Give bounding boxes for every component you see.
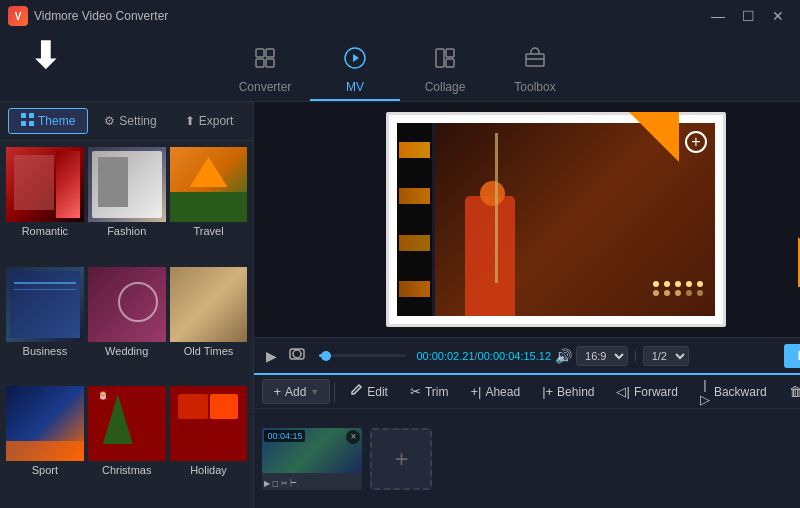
list-item[interactable]: Sport bbox=[6, 386, 84, 502]
converter-icon bbox=[253, 46, 277, 76]
left-panel: Theme ⚙ Setting ⬆ Export Romantic bbox=[0, 102, 254, 508]
tab-collage-label: Collage bbox=[425, 80, 466, 94]
trim-button[interactable]: ✂ Trim bbox=[400, 380, 459, 403]
nav-tabs: ⬇ Converter MV Colla bbox=[0, 32, 800, 102]
titlebar: V Vidmore Video Converter — ☐ ✕ bbox=[0, 0, 800, 32]
clip-trim-icon[interactable]: ◻ bbox=[272, 479, 279, 488]
volume-icon[interactable]: 🔊 bbox=[555, 348, 572, 364]
clip-controls: ▶ ◻ ✂ ⊢ bbox=[264, 479, 297, 488]
subtab-export[interactable]: ⬆ Export bbox=[173, 110, 246, 132]
theme-label-christmas: Christmas bbox=[88, 461, 166, 479]
subtab-theme-label: Theme bbox=[38, 114, 75, 128]
close-button[interactable]: ✕ bbox=[764, 6, 792, 26]
screenshot-button[interactable] bbox=[285, 344, 309, 367]
theme-label-wedding: Wedding bbox=[88, 342, 166, 360]
theme-thumbnail-christmas: 🎅 bbox=[88, 386, 166, 461]
svg-marker-5 bbox=[353, 54, 359, 62]
export-button[interactable]: Export bbox=[784, 344, 800, 368]
svg-rect-8 bbox=[446, 59, 454, 67]
theme-thumbnail-sport bbox=[6, 386, 84, 461]
svg-rect-13 bbox=[21, 121, 26, 126]
svg-rect-12 bbox=[29, 113, 34, 118]
theme-label-romantic: Romantic bbox=[6, 222, 84, 240]
list-item[interactable]: Romantic bbox=[6, 147, 84, 263]
theme-thumbnail-wedding bbox=[88, 267, 166, 342]
preview-area: + bbox=[254, 102, 800, 337]
subtab-setting[interactable]: ⚙ Setting bbox=[92, 110, 168, 132]
clip-split-icon[interactable]: ⊢ bbox=[290, 479, 297, 488]
list-item[interactable]: Holiday bbox=[170, 386, 248, 502]
app-icon: V bbox=[8, 6, 28, 26]
edit-button[interactable]: Edit bbox=[339, 379, 398, 404]
mv-icon bbox=[343, 46, 367, 76]
toolbar-separator-1 bbox=[334, 382, 335, 402]
edit-icon bbox=[349, 383, 363, 400]
progress-bar[interactable] bbox=[319, 354, 406, 357]
clip-play-icon[interactable]: ▶ bbox=[264, 479, 270, 488]
deco-triangle-top-left bbox=[629, 112, 679, 162]
svg-rect-11 bbox=[21, 113, 26, 118]
trash-icon: 🗑 bbox=[789, 384, 800, 399]
svg-rect-6 bbox=[436, 49, 444, 67]
behind-label: Behind bbox=[557, 385, 594, 399]
theme-thumbnail-fashion bbox=[88, 147, 166, 222]
theme-grid: Romantic Fashion Travel bbox=[0, 141, 253, 508]
page-select[interactable]: 1/2 1/3 1/4 bbox=[643, 346, 689, 366]
empty-button[interactable]: 🗑 Empty bbox=[779, 380, 800, 403]
list-item[interactable]: Wedding bbox=[88, 267, 166, 383]
aspect-controls: 16:9 4:3 1:1 | 1/2 1/3 1/4 bbox=[576, 346, 689, 366]
list-item[interactable]: Travel bbox=[170, 147, 248, 263]
add-icon: + bbox=[273, 384, 281, 399]
tab-collage[interactable]: Collage bbox=[400, 41, 490, 101]
theme-thumbnail-oldtimes bbox=[170, 267, 248, 342]
theme-thumbnail-business bbox=[6, 267, 84, 342]
svg-rect-2 bbox=[256, 59, 264, 67]
svg-rect-14 bbox=[29, 121, 34, 126]
forward-button[interactable]: ◁| Forward bbox=[606, 380, 687, 403]
download-arrow-icon: ⬇ bbox=[30, 38, 60, 74]
backward-button[interactable]: |▷ Backward bbox=[690, 373, 777, 411]
aspect-ratio-select[interactable]: 16:9 4:3 1:1 bbox=[576, 346, 628, 366]
theme-label-travel: Travel bbox=[170, 222, 248, 240]
list-item[interactable]: Fashion bbox=[88, 147, 166, 263]
svg-rect-3 bbox=[266, 59, 274, 67]
play-button[interactable]: ▶ bbox=[262, 346, 281, 366]
tab-toolbox[interactable]: Toolbox bbox=[490, 41, 580, 101]
timeline: 00:04:15 × ▶ ◻ ✂ ⊢ + 1 / 1 bbox=[254, 409, 800, 508]
behind-button[interactable]: |+ Behind bbox=[532, 380, 604, 403]
ahead-label: Ahead bbox=[485, 385, 520, 399]
controls-bar: ▶ 00:00:02.21/00:00:04:15.12 🔊 16:9 4:3 … bbox=[254, 337, 800, 373]
theme-label-oldtimes: Old Times bbox=[170, 342, 248, 360]
minimize-button[interactable]: — bbox=[704, 6, 732, 26]
edit-label: Edit bbox=[367, 385, 388, 399]
titlebar-left: V Vidmore Video Converter bbox=[8, 6, 168, 26]
svg-point-15 bbox=[293, 350, 301, 358]
scissors-icon: ✂ bbox=[410, 384, 421, 399]
add-media-button[interactable]: + bbox=[685, 131, 707, 153]
ahead-icon: +| bbox=[470, 384, 481, 399]
timeline-clip[interactable]: 00:04:15 × ▶ ◻ ✂ ⊢ bbox=[262, 428, 362, 490]
export-arrow-icon: ⬆ bbox=[185, 114, 195, 128]
time-display: 00:00:02.21/00:00:04:15.12 bbox=[416, 350, 551, 362]
backward-icon: |▷ bbox=[700, 377, 710, 407]
tab-mv[interactable]: MV bbox=[310, 41, 400, 101]
right-panel: + ▶ 00:00:02.21/00:00:04:15.12 🔊 16: bbox=[254, 102, 800, 508]
list-item[interactable]: Old Times bbox=[170, 267, 248, 383]
clip-close-button[interactable]: × bbox=[346, 430, 360, 444]
theme-label-business: Business bbox=[6, 342, 84, 360]
list-item[interactable]: Business bbox=[6, 267, 84, 383]
toolbar: + Add ▼ Edit ✂ Trim +| Ahead bbox=[254, 373, 800, 409]
gear-icon: ⚙ bbox=[104, 114, 115, 128]
ahead-button[interactable]: +| Ahead bbox=[460, 380, 530, 403]
subtab-theme[interactable]: Theme bbox=[8, 108, 88, 134]
maximize-button[interactable]: ☐ bbox=[734, 6, 762, 26]
trim-label: Trim bbox=[425, 385, 449, 399]
tab-toolbox-label: Toolbox bbox=[514, 80, 555, 94]
list-item[interactable]: 🎅 Christmas bbox=[88, 386, 166, 502]
theme-thumbnail-travel bbox=[170, 147, 248, 222]
clip-scissors-icon[interactable]: ✂ bbox=[281, 479, 288, 488]
tab-converter[interactable]: Converter bbox=[220, 41, 310, 101]
add-clip-button[interactable]: + bbox=[370, 428, 432, 490]
add-button[interactable]: + Add ▼ bbox=[262, 379, 330, 404]
backward-label: Backward bbox=[714, 385, 767, 399]
